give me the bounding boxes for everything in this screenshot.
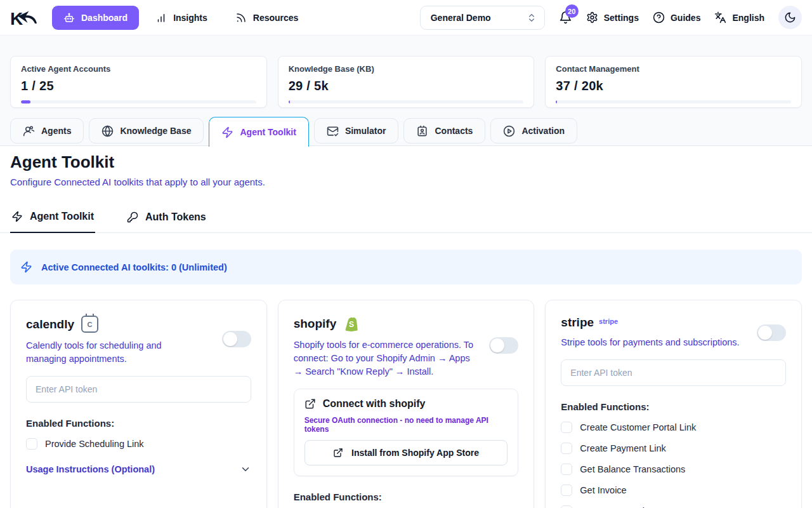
globe-icon xyxy=(102,125,114,137)
function-label: Get Balance Transactions xyxy=(580,464,685,474)
stat-card-agent-accounts: Active Agent Accounts 1 / 25 xyxy=(10,56,267,108)
connect-subtitle: Secure OAuth connection - no need to man… xyxy=(304,416,508,434)
checkbox[interactable] xyxy=(26,438,37,450)
stripe-api-token-input[interactable] xyxy=(561,359,786,386)
svg-text:K: K xyxy=(10,9,23,29)
zap-icon xyxy=(221,126,233,138)
stat-label: Contact Management xyxy=(556,64,791,74)
enabled-functions-heading: Enabled Functions: xyxy=(561,401,786,412)
function-label: Create Payment Link xyxy=(580,443,665,453)
subtab-label: Auth Tokens xyxy=(145,211,206,223)
checkbox[interactable] xyxy=(561,443,572,454)
tab-activation[interactable]: Activation xyxy=(490,118,577,144)
languages-icon xyxy=(714,11,726,23)
workspace-select-value: General Demo xyxy=(431,13,491,23)
function-checkbox-row[interactable]: Get Latest Invoice xyxy=(561,505,786,508)
stripe-enable-toggle[interactable] xyxy=(757,324,786,341)
tab-label: Simulator xyxy=(345,126,386,136)
tab-label: Activation xyxy=(521,126,565,136)
shopify-bag-icon: S xyxy=(343,316,360,332)
main-tab-bar: Agents Knowledge Base Agent Toolkit Simu… xyxy=(0,118,812,146)
stat-label: Active Agent Accounts xyxy=(21,64,256,74)
stat-card-contact-management: Contact Management 37 / 20k xyxy=(545,56,802,108)
toolkit-description: Shopify tools for e-commerce operations.… xyxy=(294,338,519,378)
play-circle-icon xyxy=(503,125,515,137)
top-navigation-bar: K Dashboard Insights Resources General D… xyxy=(0,0,812,36)
stat-label: Knowledge Base (KB) xyxy=(289,64,524,74)
tab-knowledge-base[interactable]: Knowledge Base xyxy=(89,118,204,144)
toolkit-description: Calendly tools for scheduling and managi… xyxy=(26,339,251,366)
connect-title: Connect with shopify xyxy=(323,398,426,410)
checkbox[interactable] xyxy=(561,422,572,433)
function-checkbox-row[interactable]: Provide Scheduling Link xyxy=(26,438,251,450)
install-button-label: Install from Shopify App Store xyxy=(351,448,479,458)
usage-instructions-toggle[interactable]: Usage Instructions (Optional) xyxy=(26,464,251,475)
nav-dashboard-label: Dashboard xyxy=(81,13,128,23)
sub-tab-bar: Agent Toolkit Auth Tokens xyxy=(0,208,812,233)
tab-label: Agents xyxy=(41,126,71,136)
function-checkbox-row[interactable]: Get Balance Transactions xyxy=(561,464,786,475)
nav-insights-button[interactable]: Insights xyxy=(144,6,219,30)
subtab-auth-tokens[interactable]: Auth Tokens xyxy=(126,208,207,232)
toolkit-name: shopify xyxy=(294,317,337,331)
checkbox[interactable] xyxy=(561,464,572,475)
stat-value: 29 / 5k xyxy=(289,79,524,93)
nav-dashboard-button[interactable]: Dashboard xyxy=(52,6,139,30)
function-label: Provide Scheduling Link xyxy=(45,439,144,449)
function-label: Get Invoice xyxy=(580,485,626,495)
stripe-brand-badge: stripe xyxy=(599,318,618,325)
shopify-connect-panel: Connect with shopify Secure OAuth connec… xyxy=(294,389,519,476)
tab-label: Agent Toolkit xyxy=(240,127,296,137)
checkbox[interactable] xyxy=(561,505,572,508)
language-button[interactable]: English xyxy=(714,11,764,23)
enabled-functions-heading: Enabled Functions: xyxy=(294,491,519,502)
subtab-agent-toolkit[interactable]: Agent Toolkit xyxy=(10,208,95,233)
progress-bar xyxy=(289,100,524,104)
rss-icon xyxy=(235,12,247,23)
nav-resources-button[interactable]: Resources xyxy=(224,6,310,30)
help-circle-icon xyxy=(653,11,665,23)
settings-label: Settings xyxy=(604,13,639,23)
tab-agents[interactable]: Agents xyxy=(10,118,84,144)
progress-bar xyxy=(556,100,791,104)
moon-icon xyxy=(784,11,796,23)
external-link-icon xyxy=(333,448,343,458)
chevrons-up-down-icon xyxy=(527,13,537,23)
toolkit-cards-grid: calendly C Calendly tools for scheduling… xyxy=(0,300,812,508)
calendly-enable-toggle[interactable] xyxy=(222,331,251,347)
users-icon xyxy=(23,125,35,137)
bar-chart-icon xyxy=(155,12,167,23)
function-checkbox-row[interactable]: Create Payment Link xyxy=(561,443,786,454)
shopify-enable-toggle[interactable] xyxy=(489,337,518,354)
calendar-icon: C xyxy=(81,316,98,333)
chevron-down-icon xyxy=(240,464,251,475)
tab-simulator[interactable]: Simulator xyxy=(314,118,399,144)
robot-icon xyxy=(63,12,75,23)
notifications-button[interactable]: 20 xyxy=(559,11,572,24)
guides-label: Guides xyxy=(671,13,700,23)
checkbox[interactable] xyxy=(561,485,572,496)
page-title: Agent Toolkit xyxy=(10,152,802,172)
settings-button[interactable]: Settings xyxy=(586,11,639,23)
stat-card-knowledge-base: Knowledge Base (KB) 29 / 5k xyxy=(278,56,535,108)
key-icon xyxy=(127,211,138,223)
page-subtitle: Configure Connected AI toolkits that app… xyxy=(10,177,802,187)
function-checkbox-row[interactable]: Get Invoice xyxy=(561,485,786,496)
tab-label: Contacts xyxy=(435,126,473,136)
dark-mode-toggle[interactable] xyxy=(778,6,802,29)
know-reply-logo: K xyxy=(10,6,38,29)
install-from-shopify-button[interactable]: Install from Shopify App Store xyxy=(304,440,508,465)
workspace-select[interactable]: General Demo xyxy=(420,6,545,30)
function-checkbox-row[interactable]: Create Customer Portal Link xyxy=(561,422,786,433)
nav-resources-label: Resources xyxy=(253,13,299,23)
id-card-icon xyxy=(416,125,428,137)
toolkit-description: Stripe tools for payments and subscripti… xyxy=(561,336,786,349)
mail-check-icon xyxy=(327,125,339,137)
toolkit-name: stripe xyxy=(561,316,594,330)
tab-agent-toolkit[interactable]: Agent Toolkit xyxy=(209,117,308,147)
tab-contacts[interactable]: Contacts xyxy=(403,118,485,144)
svg-text:S: S xyxy=(349,320,354,329)
guides-button[interactable]: Guides xyxy=(653,11,700,23)
calendly-api-token-input[interactable] xyxy=(26,376,251,403)
gear-icon xyxy=(586,11,598,23)
